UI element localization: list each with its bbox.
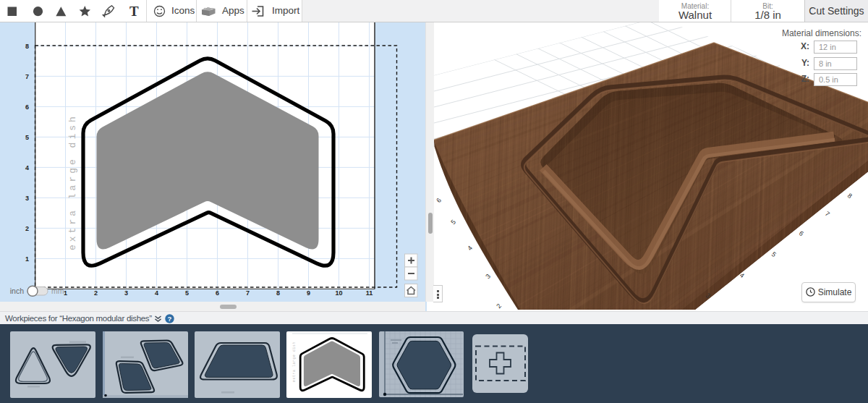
svg-text:8: 8 bbox=[276, 289, 280, 297]
svg-text:5: 5 bbox=[449, 219, 457, 226]
svg-text:11: 11 bbox=[366, 289, 373, 297]
svg-text:4: 4 bbox=[25, 164, 29, 171]
svg-text:4: 4 bbox=[466, 245, 474, 252]
svg-text:1: 1 bbox=[25, 255, 29, 263]
svg-text:4: 4 bbox=[155, 289, 158, 297]
svg-text:T: T bbox=[129, 4, 139, 19]
svg-text:5: 5 bbox=[770, 250, 778, 258]
svg-text:5: 5 bbox=[185, 289, 189, 297]
svg-text:1: 1 bbox=[64, 289, 67, 297]
svg-text:2: 2 bbox=[25, 225, 29, 232]
svg-text:extra large dish: extra large dish bbox=[292, 341, 296, 381]
svg-text:8: 8 bbox=[846, 192, 854, 200]
svg-text:9: 9 bbox=[307, 289, 310, 297]
svg-text:6: 6 bbox=[25, 103, 29, 111]
svg-text:3: 3 bbox=[25, 195, 29, 202]
svg-text:7: 7 bbox=[824, 210, 831, 218]
svg-text:8: 8 bbox=[25, 43, 29, 50]
svg-text:5: 5 bbox=[25, 134, 29, 141]
svg-text:7: 7 bbox=[25, 73, 29, 80]
svg-text:6: 6 bbox=[435, 197, 443, 204]
svg-text:2: 2 bbox=[94, 289, 98, 297]
svg-text:3: 3 bbox=[484, 273, 492, 280]
svg-text:10: 10 bbox=[335, 289, 342, 297]
svg-text:6: 6 bbox=[798, 229, 805, 237]
svg-text:2: 2 bbox=[495, 302, 503, 310]
svg-text:7: 7 bbox=[246, 289, 250, 297]
svg-text:inch: inch bbox=[10, 287, 24, 295]
svg-text:3: 3 bbox=[124, 289, 128, 297]
svg-text:6: 6 bbox=[216, 289, 219, 297]
svg-text:extra large dish: extra large dish bbox=[67, 114, 78, 250]
svg-text:?: ? bbox=[168, 315, 172, 323]
svg-text:mm: mm bbox=[51, 287, 64, 295]
